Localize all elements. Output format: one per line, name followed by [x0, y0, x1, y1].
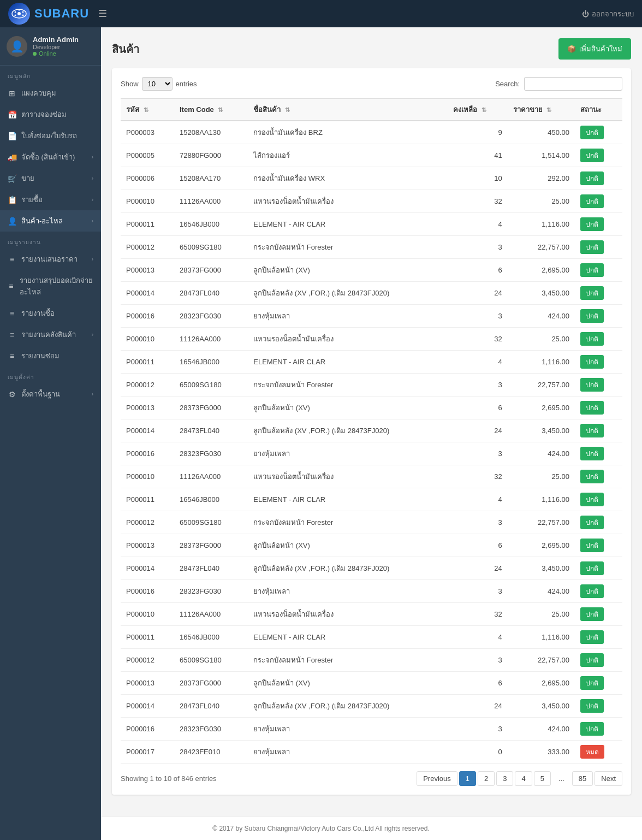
cell-qty: 6 — [448, 534, 508, 557]
sort-icon: ⇅ — [482, 107, 486, 113]
cell-status: ปกติ — [575, 328, 622, 351]
col-header-item-code[interactable]: Item Code ⇅ — [174, 99, 248, 121]
page-button-85[interactable]: 85 — [572, 771, 593, 786]
cell-status: ปกติ — [575, 419, 622, 442]
cell-status: ปกติ — [575, 442, 622, 465]
cell-name: แหวนรองน็อตน้ำมันเครื่อง — [248, 328, 448, 351]
cell-status: ปกติ — [575, 213, 622, 236]
sidebar-label-repair-order: ใบสั่งซ่อม/ใบรับรถ — [21, 130, 77, 141]
status-text: Online — [39, 50, 56, 57]
cell-price: 25.00 — [508, 328, 575, 351]
col-header-price[interactable]: ราคาขาย ⇅ — [508, 99, 575, 121]
cell-code: P000011 — [121, 213, 174, 236]
entries-select[interactable]: 10 25 50 100 — [142, 77, 173, 91]
page-button-2[interactable]: 2 — [478, 771, 495, 786]
logout-label: ออกจากระบบ — [592, 8, 634, 20]
products-table: รหัส ⇅ Item Code ⇅ ชื่อสินค้า ⇅ คงเหลือ … — [121, 98, 622, 764]
logout-button[interactable]: ⏻ ออกจากระบบ — [582, 8, 634, 20]
cell-code: P000014 — [121, 557, 174, 580]
cell-item-code: 16546JB000 — [174, 488, 248, 511]
cell-status: ปกติ — [575, 649, 622, 672]
next-button[interactable]: Next — [595, 771, 622, 786]
previous-button[interactable]: Previous — [417, 771, 457, 786]
svg-point-5 — [22, 15, 24, 16]
sidebar-item-left: 🛒 ขาย — [8, 173, 34, 184]
cell-qty: 3 — [448, 649, 508, 672]
cell-price: 1,514.00 — [508, 144, 575, 167]
cell-item-code: 16546JB000 — [174, 213, 248, 236]
cell-qty: 6 — [448, 397, 508, 419]
logo-icon — [8, 3, 30, 25]
cell-qty: 10 — [448, 167, 508, 190]
sidebar-item-dashboard[interactable]: ⊞ แผงควบคุม — [0, 82, 101, 104]
add-button-label: เพิ่มสินค้าใหม่ — [579, 43, 622, 55]
cell-item-code: 28423FE010 — [174, 741, 248, 764]
cell-name: ยางหุ้มเพลา — [248, 442, 448, 465]
sidebar-item-stock-report[interactable]: ≡ รายงานคลังสินค้า › — [0, 324, 101, 345]
status-badge: ปกติ — [580, 240, 604, 254]
sidebar-item-summary-report[interactable]: ≡ รายงานสรุปยอดเบิกจ่ายอะไหล่ — [0, 270, 101, 303]
cell-qty: 41 — [448, 144, 508, 167]
table-row: P000012 65009SG180 กระจกบังลมหน้า Forest… — [121, 236, 622, 259]
cell-price: 3,450.00 — [508, 282, 575, 305]
cell-item-code: 11126AA000 — [174, 190, 248, 213]
table-row: P000010 11126AA000 แหวนรองน็อตน้ำมันเครื… — [121, 328, 622, 351]
sell-icon: 🛒 — [8, 174, 16, 183]
table-wrapper: รหัส ⇅ Item Code ⇅ ชื่อสินค้า ⇅ คงเหลือ … — [121, 98, 622, 764]
page-button-5[interactable]: 5 — [534, 771, 551, 786]
add-product-button[interactable]: 📦 เพิ่มสินค้าใหม่ — [558, 38, 631, 60]
cell-price: 3,450.00 — [508, 419, 575, 442]
sidebar-item-products[interactable]: 👤 สินค้า-อะไหล่ › — [0, 210, 101, 232]
sidebar-label-schedule: ตารางจองซ่อม — [21, 109, 67, 120]
table-row: P000012 65009SG180 กระจกบังลมหน้า Forest… — [121, 374, 622, 397]
cell-price: 333.00 — [508, 741, 575, 764]
cell-item-code: 28373FG000 — [174, 397, 248, 419]
sidebar-item-buy-list[interactable]: 📋 รายซื้อ › — [0, 189, 101, 210]
cell-code: P000016 — [121, 580, 174, 603]
cell-qty: 24 — [448, 282, 508, 305]
cell-code: P000016 — [121, 305, 174, 328]
sidebar-item-sell[interactable]: 🛒 ขาย › — [0, 168, 101, 189]
main-content: สินค้า 📦 เพิ่มสินค้าใหม่ Show 10 25 50 1… — [101, 27, 642, 817]
col-header-name[interactable]: ชื่อสินค้า ⇅ — [248, 99, 448, 121]
sidebar-item-price-report[interactable]: ≡ รายงานเสนอราคา › — [0, 249, 101, 270]
page-button-3[interactable]: 3 — [496, 771, 513, 786]
sidebar-label-sell: ขาย — [21, 173, 34, 184]
svg-point-2 — [15, 11, 16, 13]
cell-price: 292.00 — [508, 167, 575, 190]
col-header-qty[interactable]: คงเหลือ ⇅ — [448, 99, 508, 121]
cell-status: ปกติ — [575, 374, 622, 397]
sidebar-item-schedule[interactable]: 📅 ตารางจองซ่อม — [0, 104, 101, 125]
user-role: Developer — [33, 44, 94, 50]
page-button-1[interactable]: 1 — [459, 771, 476, 786]
logo: SUBARU — [8, 3, 89, 25]
cell-name: ลูกปืนล้อหลัง (XV ,FOR.) (เดิม 28473FJ02… — [248, 695, 448, 718]
col-header-code[interactable]: รหัส ⇅ — [121, 99, 174, 121]
sidebar-item-repair-order[interactable]: 📄 ใบสั่งซ่อม/ใบรับรถ — [0, 125, 101, 146]
cell-price: 1,116.00 — [508, 213, 575, 236]
sidebar-item-purchase[interactable]: 🚚 จัดซื้อ (สินค้าเข้า) › — [0, 146, 101, 168]
status-badge: ปกติ — [580, 630, 604, 644]
table-row: P000013 28373FG000 ลูกปืนล้อหน้า (XV) 6 … — [121, 672, 622, 695]
cell-item-code: 28473FL040 — [174, 695, 248, 718]
page-button-4[interactable]: 4 — [515, 771, 532, 786]
table-row: P000011 16546JB000 ELEMENT - AIR CLAR 4 … — [121, 351, 622, 374]
cell-item-code: 15208AA130 — [174, 121, 248, 144]
status-badge: ปกติ — [580, 263, 604, 277]
sidebar-item-buy-report[interactable]: ≡ รายงานซื้อ — [0, 303, 101, 324]
cell-name: ยางหุ้มเพลา — [248, 741, 448, 764]
cell-code: P000010 — [121, 328, 174, 351]
sidebar-item-settings[interactable]: ⚙ ตั้งค่าพื้นฐาน › — [0, 383, 101, 405]
cell-item-code: 65009SG180 — [174, 649, 248, 672]
hamburger-icon[interactable]: ☰ — [96, 5, 110, 22]
cell-item-code: 28373FG000 — [174, 259, 248, 282]
search-input[interactable] — [524, 77, 622, 91]
sidebar-item-repair-report[interactable]: ≡ รายงานซ่อม — [0, 345, 101, 366]
cell-item-code: 28323FG030 — [174, 718, 248, 741]
cell-name: กรองน้ำมันเครื่อง BRZ — [248, 121, 448, 144]
table-row: P000010 11126AA000 แหวนรองน็อตน้ำมันเครื… — [121, 190, 622, 213]
cell-name: ลูกปืนล้อหน้า (XV) — [248, 534, 448, 557]
status-badge: ปกติ — [580, 607, 604, 621]
page-title: สินค้า — [112, 40, 139, 58]
col-header-status[interactable]: สถานะ — [575, 99, 622, 121]
